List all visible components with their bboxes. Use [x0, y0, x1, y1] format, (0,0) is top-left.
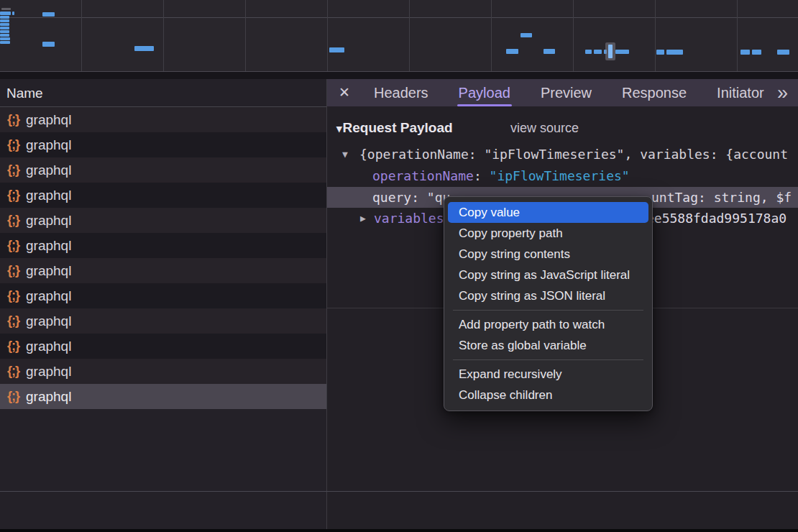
json-braces-icon: {;}	[7, 238, 19, 253]
menu-item-store-as-global-variable[interactable]: Store as global variable	[448, 335, 648, 356]
overview-request-bar	[585, 50, 592, 54]
footer-divider	[0, 491, 798, 492]
overview-request-bar	[134, 46, 154, 51]
request-name-label: graphql	[26, 213, 71, 229]
overview-request-bar	[608, 45, 613, 58]
overview-request-bar	[615, 50, 629, 54]
menu-item-expand-recursively[interactable]: Expand recursively	[448, 364, 648, 385]
overview-request-bar	[0, 27, 9, 29]
menu-item-collapse-children[interactable]: Collapse children	[448, 385, 648, 405]
payload-root-preview: {operationName: "ipFlowTimeseries", vari…	[359, 144, 788, 165]
request-row-graphql[interactable]: {;}graphql	[0, 283, 326, 308]
overview-horizontal-gridline	[0, 17, 798, 18]
view-source-link[interactable]: view source	[510, 117, 579, 139]
request-row-graphql[interactable]: {;}graphql	[0, 258, 326, 283]
request-name-label: graphql	[26, 263, 71, 279]
query-value-fragment: untTag: string, $f	[651, 187, 792, 208]
overview-vertical-gridline	[573, 0, 574, 71]
menu-item-copy-string-contents[interactable]: Copy string contents	[448, 244, 648, 265]
json-braces-icon: {;}	[7, 263, 19, 278]
network-overview-timeline[interactable]	[0, 0, 798, 72]
collapsed-arrow-icon: ▶	[360, 208, 366, 229]
overview-request-bar	[0, 19, 9, 22]
operation-name-value: "ipFlowTimeseries"	[490, 168, 630, 183]
menu-item-copy-string-as-javascript-literal[interactable]: Copy string as JavaScript literal	[448, 265, 648, 285]
overview-request-bar	[12, 12, 14, 15]
overview-request-bar	[666, 50, 683, 55]
json-braces-icon: {;}	[7, 339, 19, 354]
tab-headers[interactable]: Headers	[362, 79, 441, 106]
operation-name-row[interactable]: operationName: "ipFlowTimeseries"	[327, 165, 798, 187]
overview-request-bar	[752, 50, 761, 55]
overview-vertical-gridline	[245, 0, 246, 71]
overview-vertical-gridline	[409, 0, 410, 71]
request-row-graphql[interactable]: {;}graphql	[0, 183, 326, 208]
request-name-label: graphql	[26, 188, 71, 203]
request-name-label: graphql	[26, 238, 71, 254]
overview-request-bar	[506, 49, 518, 54]
request-row-graphql[interactable]: {;}graphql	[0, 359, 326, 384]
overview-request-bar	[544, 49, 555, 54]
payload-root-row[interactable]: ▼ {operationName: "ipFlowTimeseries", va…	[327, 144, 798, 165]
request-name-label: graphql	[26, 112, 71, 128]
request-name-label: graphql	[26, 162, 71, 178]
collapse-triangle-icon: ▾	[336, 122, 342, 134]
request-list-panel: Name {;}graphql{;}graphql{;}graphql{;}gr…	[0, 79, 326, 532]
request-name-label: graphql	[26, 137, 71, 153]
overview-request-bar	[0, 34, 9, 37]
overview-vertical-gridline	[163, 0, 164, 71]
json-braces-icon: {;}	[7, 313, 19, 329]
tab-initiator[interactable]: Initiator	[705, 79, 776, 106]
menu-item-add-property-path-to-watch[interactable]: Add property path to watch	[448, 314, 648, 335]
request-row-graphql[interactable]: {;}graphql	[0, 233, 326, 258]
request-row-graphql[interactable]: {;}graphql	[0, 132, 326, 157]
close-icon[interactable]: ✕	[333, 79, 356, 106]
request-row-graphql[interactable]: {;}graphql	[0, 157, 326, 183]
overview-request-bar	[42, 42, 55, 47]
overview-request-bar	[520, 33, 532, 37]
operation-name-key: operationName	[372, 168, 474, 183]
overview-request-bar	[740, 50, 750, 55]
overview-request-bar	[1, 8, 11, 10]
request-row-graphql[interactable]: {;}graphql	[0, 308, 326, 334]
overview-request-bar	[329, 47, 344, 52]
request-payload-title: Request Payload	[343, 120, 453, 135]
menu-item-copy-string-as-json-literal[interactable]: Copy string as JSON literal	[448, 285, 648, 306]
key-value-separator: :	[474, 168, 490, 183]
tab-payload[interactable]: Payload	[446, 79, 523, 106]
tab-response[interactable]: Response	[610, 79, 699, 106]
request-row-graphql[interactable]: {;}graphql	[0, 107, 326, 132]
request-name-label: graphql	[26, 389, 71, 405]
request-payload-section-header[interactable]: ▾Request Payload	[336, 117, 453, 139]
context-menu: Copy valueCopy property pathCopy string …	[444, 196, 653, 411]
overview-request-bar	[656, 50, 664, 55]
variables-key: variables	[374, 208, 444, 229]
request-name-label: graphql	[26, 288, 71, 304]
overview-request-bar	[594, 50, 602, 54]
overview-vertical-gridline	[81, 0, 82, 71]
request-row-graphql[interactable]: {;}graphql	[0, 334, 326, 359]
overview-request-bar	[0, 12, 11, 15]
overview-request-bar	[0, 41, 10, 44]
request-row-graphql[interactable]: {;}graphql	[0, 384, 326, 409]
request-row-graphql[interactable]: {;}graphql	[0, 208, 326, 233]
request-name-label: graphql	[26, 364, 71, 380]
menu-item-copy-property-path[interactable]: Copy property path	[448, 223, 648, 244]
json-braces-icon: {;}	[7, 364, 19, 379]
query-key-value-start: query: "qu	[372, 187, 450, 208]
overview-request-bar	[0, 16, 9, 19]
menu-item-copy-value[interactable]: Copy value	[448, 202, 648, 223]
overview-request-bar	[0, 23, 9, 26]
context-menu-separator	[453, 310, 643, 311]
overview-request-bar	[0, 30, 9, 33]
overview-request-bar	[777, 50, 789, 55]
variables-value-fragment: ee5588fdad995178a0	[646, 208, 786, 229]
more-tabs-icon[interactable]: »	[777, 79, 788, 106]
json-braces-icon: {;}	[7, 288, 19, 303]
overview-request-bar	[0, 37, 10, 40]
devtools-network-panel: Name {;}graphql{;}graphql{;}graphql{;}gr…	[0, 0, 798, 532]
expanded-arrow-icon: ▼	[342, 144, 348, 165]
json-braces-icon: {;}	[7, 188, 19, 203]
name-column-header[interactable]: Name	[0, 79, 326, 107]
tab-preview[interactable]: Preview	[528, 79, 604, 106]
